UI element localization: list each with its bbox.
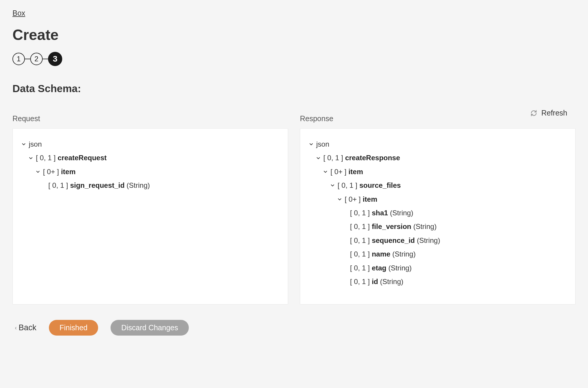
tree-children: [ 0, 1 ] sha1 (String)[ 0, 1 ] file_vers… xyxy=(337,206,567,288)
tree-root[interactable]: json xyxy=(21,137,279,151)
chevron-down-icon[interactable] xyxy=(28,155,33,161)
chevron-down-icon[interactable] xyxy=(323,169,328,174)
breadcrumb-link[interactable]: Box xyxy=(12,9,25,17)
request-panel-label: Request xyxy=(12,114,288,123)
tree-node: [ 0, 1 ] etag (String) xyxy=(350,261,567,275)
step-connector xyxy=(25,59,30,60)
tree-node[interactable]: [ 0+ ] item xyxy=(337,193,567,206)
tree-node-label: [ 0, 1 ] file_version (String) xyxy=(350,221,437,232)
chevron-down-icon[interactable] xyxy=(316,155,321,161)
tree-children: [ 0, 1 ] createResponse[ 0+ ] item[ 0, 1… xyxy=(309,151,567,288)
tree-children: [ 0, 1 ] createRequest[ 0+ ] item[ 0, 1 … xyxy=(21,151,279,192)
tree-node-label: [ 0, 1 ] id (String) xyxy=(350,276,403,287)
step-2[interactable]: 2 xyxy=(30,53,43,65)
back-button[interactable]: ‹ Back xyxy=(15,323,36,332)
tree-children: [ 0, 1 ] source_files[ 0+ ] item[ 0, 1 ]… xyxy=(323,179,567,288)
tree-node: [ 0, 1 ] name (String) xyxy=(350,247,567,261)
tree-children: [ 0+ ] item[ 0, 1 ] sha1 (String)[ 0, 1 … xyxy=(330,193,567,289)
tree-node-label: [ 0, 1 ] name (String) xyxy=(350,248,416,260)
tree-node: [ 0, 1 ] file_version (String) xyxy=(350,220,567,233)
section-title: Data Schema: xyxy=(12,83,576,94)
step-1[interactable]: 1 xyxy=(12,53,25,65)
chevron-down-icon[interactable] xyxy=(337,197,342,202)
stepper: 1 2 3 xyxy=(12,52,576,66)
tree-node-label: [ 0, 1 ] etag (String) xyxy=(350,262,412,274)
finished-button[interactable]: Finished xyxy=(49,320,98,336)
tree-children: [ 0+ ] item[ 0, 1 ] sign_request_id (Str… xyxy=(28,165,279,193)
tree-node[interactable]: [ 0, 1 ] createResponse xyxy=(316,151,567,165)
tree-node: [ 0, 1 ] sign_request_id (String) xyxy=(48,179,279,192)
step-connector xyxy=(43,59,48,60)
response-panel-label: Response xyxy=(300,114,576,123)
tree-node-label: [ 0+ ] item xyxy=(43,166,76,177)
chevron-down-icon[interactable] xyxy=(309,142,314,147)
tree-node[interactable]: [ 0, 1 ] createRequest xyxy=(28,151,279,165)
tree-node-label: [ 0, 1 ] sign_request_id (String) xyxy=(48,180,150,191)
tree-node[interactable]: [ 0+ ] item xyxy=(35,165,279,179)
step-3[interactable]: 3 xyxy=(48,52,62,66)
tree-root[interactable]: json xyxy=(309,137,567,151)
tree-node[interactable]: [ 0, 1 ] source_files xyxy=(330,179,567,192)
tree-children: [ 0, 1 ] sign_request_id (String) xyxy=(35,179,279,192)
tree-node-label: [ 0+ ] item xyxy=(345,194,377,205)
tree-root-label: json xyxy=(29,139,42,150)
page-title: Create xyxy=(12,26,576,44)
tree-children: [ 0+ ] item[ 0, 1 ] source_files[ 0+ ] i… xyxy=(316,165,567,289)
tree-node: [ 0, 1 ] sequence_id (String) xyxy=(350,234,567,247)
request-panel: json[ 0, 1 ] createRequest[ 0+ ] item[ 0… xyxy=(12,128,288,304)
tree-node-label: [ 0, 1 ] createRequest xyxy=(36,152,107,163)
tree-node-label: [ 0+ ] item xyxy=(330,166,363,177)
tree-node-label: [ 0, 1 ] createResponse xyxy=(323,152,400,163)
tree-root-label: json xyxy=(316,139,329,150)
chevron-down-icon[interactable] xyxy=(35,169,41,174)
response-panel: json[ 0, 1 ] createResponse[ 0+ ] item[ … xyxy=(300,128,576,304)
tree-node-label: [ 0, 1 ] sequence_id (String) xyxy=(350,235,440,246)
chevron-left-icon: ‹ xyxy=(15,324,17,331)
discard-button[interactable]: Discard Changes xyxy=(111,320,189,336)
chevron-down-icon[interactable] xyxy=(21,142,26,147)
request-tree: json[ 0, 1 ] createRequest[ 0+ ] item[ 0… xyxy=(21,137,279,193)
response-tree: json[ 0, 1 ] createResponse[ 0+ ] item[ … xyxy=(309,137,567,288)
chevron-down-icon[interactable] xyxy=(330,183,335,188)
tree-node-label: [ 0, 1 ] source_files xyxy=(338,180,401,191)
tree-node[interactable]: [ 0+ ] item xyxy=(323,165,567,179)
tree-node: [ 0, 1 ] sha1 (String) xyxy=(350,206,567,220)
tree-node-label: [ 0, 1 ] sha1 (String) xyxy=(350,207,413,219)
tree-node: [ 0, 1 ] id (String) xyxy=(350,275,567,288)
back-label: Back xyxy=(19,323,36,332)
